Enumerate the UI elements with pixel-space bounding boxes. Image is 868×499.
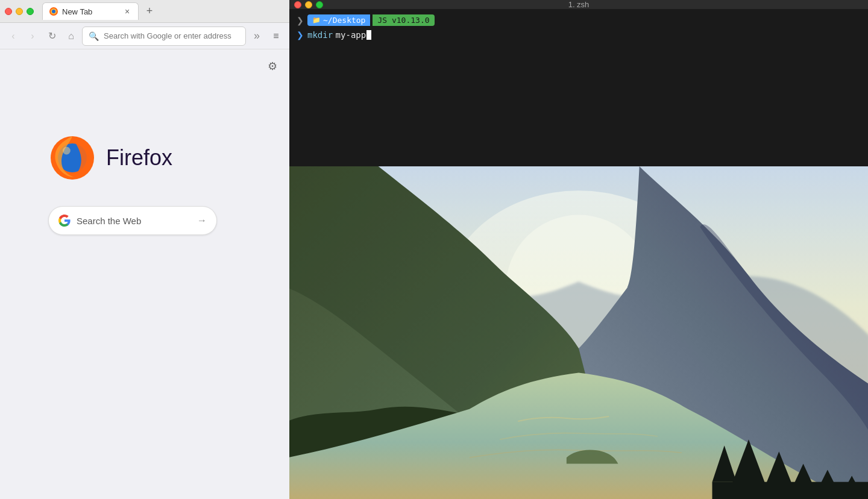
terminal-landscape-pane: [289, 166, 868, 499]
terminal-close-button[interactable]: [294, 1, 301, 8]
node-version-label: JS v10.13.0: [377, 16, 429, 25]
prompt-dir-label: ~/Desktop: [323, 16, 365, 25]
browser-content: ⚙ Firefox: [0, 49, 289, 499]
svg-rect-10: [289, 166, 868, 499]
minimize-button[interactable]: [16, 8, 23, 15]
terminal-pane-top[interactable]: ❯ 📁 ~/Desktop JS v10.13.0 ❯ mkdir my-app: [289, 10, 868, 166]
title-bar: New Tab × +: [0, 0, 289, 23]
landscape-image: [289, 166, 868, 499]
active-tab[interactable]: New Tab ×: [42, 2, 139, 20]
forward-button[interactable]: ›: [24, 28, 41, 45]
address-bar[interactable]: 🔍: [82, 27, 246, 46]
close-button[interactable]: [5, 8, 12, 15]
terminal-maximize-button[interactable]: [316, 1, 323, 8]
search-arrow-icon: →: [197, 215, 207, 226]
terminal-body: ❯ 📁 ~/Desktop JS v10.13.0 ❯ mkdir my-app: [289, 10, 868, 499]
search-bar-label: Search the Web: [77, 216, 191, 226]
firefox-branding: Firefox: [48, 134, 172, 182]
firefox-window: New Tab × + ‹ › ↻ ⌂ 🔍 » ≡ ⚙: [0, 0, 289, 499]
reload-button[interactable]: ↻: [43, 28, 60, 45]
terminal-command-line: ❯ mkdir my-app: [297, 30, 861, 40]
prompt-directory: 📁 ~/Desktop: [307, 14, 370, 26]
nav-overflow-button[interactable]: »: [248, 28, 265, 45]
terminal-title-label: 1. zsh: [568, 0, 590, 9]
terminal-minimize-button[interactable]: [305, 1, 312, 8]
content-settings-button[interactable]: ⚙: [263, 57, 282, 76]
firefox-title: Firefox: [106, 145, 172, 171]
address-input[interactable]: [104, 31, 239, 40]
terminal-title-bar: 1. zsh: [289, 0, 868, 10]
cmd-arrow-icon: ❯: [297, 30, 304, 40]
tab-favicon: [49, 7, 58, 16]
nav-bar: ‹ › ↻ ⌂ 🔍 » ≡: [0, 23, 289, 49]
new-tab-button[interactable]: +: [141, 3, 158, 20]
maximize-button[interactable]: [27, 8, 34, 15]
tab-close-button[interactable]: ×: [122, 7, 132, 16]
back-button[interactable]: ‹: [5, 28, 22, 45]
prompt-arrow-icon: ❯: [297, 16, 304, 25]
terminal-window: 1. zsh ❯ 📁 ~/Desktop JS v10.13.0 ❯ mkdir: [289, 0, 868, 499]
terminal-traffic-lights: [294, 1, 323, 8]
svg-point-2: [52, 10, 55, 13]
cmd-argument: my-app: [336, 30, 366, 40]
google-search-bar[interactable]: Search the Web →: [48, 206, 217, 235]
svg-point-5: [63, 147, 71, 155]
terminal-cursor: [366, 30, 371, 40]
address-search-icon: 🔍: [89, 31, 99, 41]
google-g-icon: [58, 215, 71, 227]
traffic-lights: [5, 8, 34, 15]
tab-bar: New Tab × +: [42, 2, 285, 20]
terminal-prompt-line: ❯ 📁 ~/Desktop JS v10.13.0: [297, 14, 861, 26]
home-button[interactable]: ⌂: [63, 28, 80, 45]
prompt-node-version: JS v10.13.0: [373, 14, 434, 26]
folder-icon: 📁: [312, 16, 321, 24]
firefox-logo: [48, 134, 96, 182]
tab-title: New Tab: [62, 7, 119, 16]
cmd-keyword: mkdir: [307, 30, 333, 40]
nav-menu-button[interactable]: ≡: [268, 28, 285, 45]
